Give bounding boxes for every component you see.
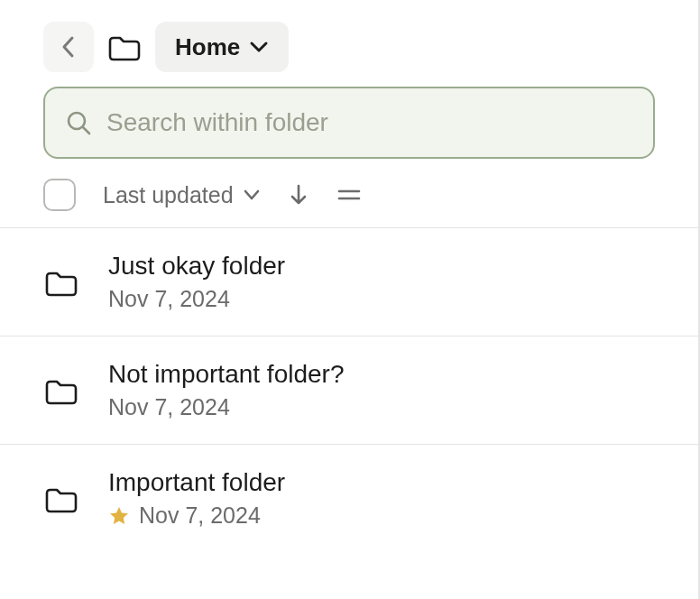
list-item-name: Just okay folder	[108, 252, 285, 281]
search-icon	[65, 109, 92, 136]
view-options-button[interactable]	[336, 187, 362, 203]
chevron-left-icon	[60, 34, 78, 60]
sort-button[interactable]: Last updated	[103, 182, 261, 208]
breadcrumb-label: Home	[175, 33, 240, 61]
list-item[interactable]: Important folder Nov 7, 2024	[0, 444, 698, 552]
folder-icon	[43, 484, 79, 514]
search-input[interactable]	[106, 108, 633, 137]
select-all-checkbox[interactable]	[43, 179, 76, 211]
list-item-text: Just okay folder Nov 7, 2024	[108, 252, 285, 312]
list-item[interactable]: Just okay folder Nov 7, 2024	[0, 227, 698, 336]
list-item-date: Nov 7, 2024	[139, 502, 261, 529]
list-item-date: Nov 7, 2024	[108, 286, 230, 312]
star-icon	[108, 505, 130, 527]
chevron-down-icon	[243, 189, 261, 200]
search-wrap	[0, 87, 698, 175]
list-toolbar: Last updated	[0, 175, 698, 227]
list-item-text: Not important folder? Nov 7, 2024	[108, 360, 344, 420]
list-item-name: Important folder	[108, 468, 285, 497]
list-item-date: Nov 7, 2024	[108, 394, 230, 420]
search-box[interactable]	[43, 87, 655, 159]
list-item-text: Important folder Nov 7, 2024	[108, 468, 285, 529]
list-item-name: Not important folder?	[108, 360, 344, 389]
breadcrumb-bar: Home	[0, 0, 698, 87]
list-item[interactable]: Not important folder? Nov 7, 2024	[0, 336, 698, 444]
back-button[interactable]	[43, 22, 94, 72]
folder-icon	[43, 267, 79, 298]
breadcrumb-home-button[interactable]: Home	[155, 22, 289, 72]
sort-label-text: Last updated	[103, 182, 234, 208]
folder-icon	[106, 32, 143, 62]
sort-direction-button[interactable]	[288, 182, 309, 207]
folder-list: Just okay folder Nov 7, 2024 Not importa…	[0, 227, 698, 552]
folder-icon	[43, 375, 79, 406]
chevron-down-icon	[249, 41, 269, 53]
